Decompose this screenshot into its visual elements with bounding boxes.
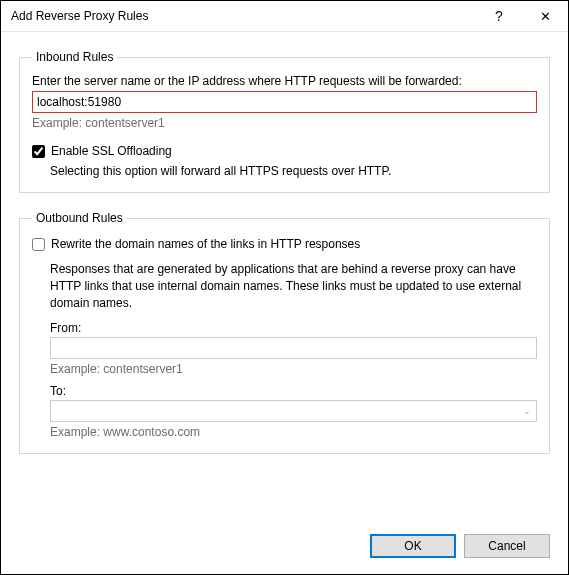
- dialog-content: Inbound Rules Enter the server name or t…: [1, 32, 568, 524]
- rewrite-label: Rewrite the domain names of the links in…: [51, 237, 360, 251]
- server-input[interactable]: [32, 91, 537, 113]
- ok-button[interactable]: OK: [370, 534, 456, 558]
- inbound-legend: Inbound Rules: [32, 50, 117, 64]
- to-example: Example: www.contoso.com: [50, 425, 537, 439]
- to-input: [50, 400, 537, 422]
- from-input: [50, 337, 537, 359]
- cancel-button[interactable]: Cancel: [464, 534, 550, 558]
- inbound-rules-group: Inbound Rules Enter the server name or t…: [19, 50, 550, 193]
- ssl-offloading-label: Enable SSL Offloading: [51, 144, 172, 158]
- rewrite-checkbox[interactable]: [32, 238, 45, 251]
- server-example: Example: contentserver1: [32, 116, 537, 130]
- ssl-offloading-desc: Selecting this option will forward all H…: [50, 164, 537, 178]
- from-example: Example: contentserver1: [50, 362, 537, 376]
- server-prompt: Enter the server name or the IP address …: [32, 74, 537, 88]
- close-button[interactable]: ✕: [522, 1, 568, 32]
- titlebar: Add Reverse Proxy Rules ? ✕: [1, 1, 568, 32]
- ssl-offloading-checkbox[interactable]: [32, 145, 45, 158]
- from-label: From:: [50, 321, 537, 335]
- dialog-buttons: OK Cancel: [1, 524, 568, 574]
- help-button[interactable]: ?: [476, 1, 522, 32]
- rewrite-desc: Responses that are generated by applicat…: [50, 261, 533, 311]
- outbound-rules-group: Outbound Rules Rewrite the domain names …: [19, 211, 550, 454]
- to-label: To:: [50, 384, 537, 398]
- window-title: Add Reverse Proxy Rules: [11, 9, 476, 23]
- outbound-legend: Outbound Rules: [32, 211, 127, 225]
